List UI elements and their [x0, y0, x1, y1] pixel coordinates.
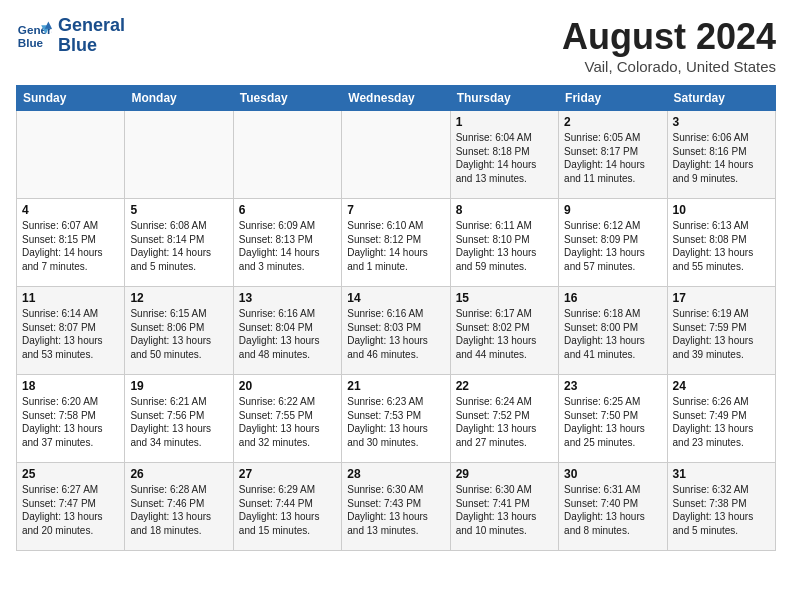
- calendar-cell: 9Sunrise: 6:12 AM Sunset: 8:09 PM Daylig…: [559, 199, 667, 287]
- weekday-header-sunday: Sunday: [17, 86, 125, 111]
- calendar-cell: [342, 111, 450, 199]
- day-number: 23: [564, 379, 661, 393]
- calendar-cell: 31Sunrise: 6:32 AM Sunset: 7:38 PM Dayli…: [667, 463, 775, 551]
- day-number: 2: [564, 115, 661, 129]
- calendar-cell: 6Sunrise: 6:09 AM Sunset: 8:13 PM Daylig…: [233, 199, 341, 287]
- day-number: 29: [456, 467, 553, 481]
- day-number: 21: [347, 379, 444, 393]
- day-info: Sunrise: 6:04 AM Sunset: 8:18 PM Dayligh…: [456, 131, 553, 185]
- weekday-header-saturday: Saturday: [667, 86, 775, 111]
- day-number: 30: [564, 467, 661, 481]
- day-info: Sunrise: 6:19 AM Sunset: 7:59 PM Dayligh…: [673, 307, 770, 361]
- day-info: Sunrise: 6:23 AM Sunset: 7:53 PM Dayligh…: [347, 395, 444, 449]
- day-number: 9: [564, 203, 661, 217]
- calendar-week-3: 11Sunrise: 6:14 AM Sunset: 8:07 PM Dayli…: [17, 287, 776, 375]
- day-info: Sunrise: 6:13 AM Sunset: 8:08 PM Dayligh…: [673, 219, 770, 273]
- calendar-cell: 3Sunrise: 6:06 AM Sunset: 8:16 PM Daylig…: [667, 111, 775, 199]
- day-number: 4: [22, 203, 119, 217]
- day-number: 28: [347, 467, 444, 481]
- day-number: 19: [130, 379, 227, 393]
- main-title: August 2024: [562, 16, 776, 58]
- day-info: Sunrise: 6:18 AM Sunset: 8:00 PM Dayligh…: [564, 307, 661, 361]
- calendar-cell: 26Sunrise: 6:28 AM Sunset: 7:46 PM Dayli…: [125, 463, 233, 551]
- day-number: 24: [673, 379, 770, 393]
- day-number: 20: [239, 379, 336, 393]
- day-number: 3: [673, 115, 770, 129]
- calendar-body: 1Sunrise: 6:04 AM Sunset: 8:18 PM Daylig…: [17, 111, 776, 551]
- svg-text:Blue: Blue: [18, 36, 44, 49]
- day-number: 5: [130, 203, 227, 217]
- day-number: 22: [456, 379, 553, 393]
- calendar-table: SundayMondayTuesdayWednesdayThursdayFrid…: [16, 85, 776, 551]
- day-info: Sunrise: 6:06 AM Sunset: 8:16 PM Dayligh…: [673, 131, 770, 185]
- logo-text-blue: Blue: [58, 36, 125, 56]
- day-info: Sunrise: 6:15 AM Sunset: 8:06 PM Dayligh…: [130, 307, 227, 361]
- day-info: Sunrise: 6:20 AM Sunset: 7:58 PM Dayligh…: [22, 395, 119, 449]
- day-number: 6: [239, 203, 336, 217]
- calendar-cell: [125, 111, 233, 199]
- day-info: Sunrise: 6:31 AM Sunset: 7:40 PM Dayligh…: [564, 483, 661, 537]
- day-number: 11: [22, 291, 119, 305]
- day-info: Sunrise: 6:17 AM Sunset: 8:02 PM Dayligh…: [456, 307, 553, 361]
- day-info: Sunrise: 6:22 AM Sunset: 7:55 PM Dayligh…: [239, 395, 336, 449]
- calendar-cell: 25Sunrise: 6:27 AM Sunset: 7:47 PM Dayli…: [17, 463, 125, 551]
- day-info: Sunrise: 6:21 AM Sunset: 7:56 PM Dayligh…: [130, 395, 227, 449]
- weekday-header-monday: Monday: [125, 86, 233, 111]
- logo-text-general: General: [58, 16, 125, 36]
- day-info: Sunrise: 6:26 AM Sunset: 7:49 PM Dayligh…: [673, 395, 770, 449]
- day-info: Sunrise: 6:32 AM Sunset: 7:38 PM Dayligh…: [673, 483, 770, 537]
- day-number: 1: [456, 115, 553, 129]
- weekday-header-friday: Friday: [559, 86, 667, 111]
- calendar-cell: 30Sunrise: 6:31 AM Sunset: 7:40 PM Dayli…: [559, 463, 667, 551]
- day-info: Sunrise: 6:14 AM Sunset: 8:07 PM Dayligh…: [22, 307, 119, 361]
- day-number: 31: [673, 467, 770, 481]
- day-number: 12: [130, 291, 227, 305]
- calendar-cell: 23Sunrise: 6:25 AM Sunset: 7:50 PM Dayli…: [559, 375, 667, 463]
- calendar-week-1: 1Sunrise: 6:04 AM Sunset: 8:18 PM Daylig…: [17, 111, 776, 199]
- day-number: 25: [22, 467, 119, 481]
- day-info: Sunrise: 6:09 AM Sunset: 8:13 PM Dayligh…: [239, 219, 336, 273]
- day-number: 8: [456, 203, 553, 217]
- day-info: Sunrise: 6:29 AM Sunset: 7:44 PM Dayligh…: [239, 483, 336, 537]
- day-info: Sunrise: 6:30 AM Sunset: 7:41 PM Dayligh…: [456, 483, 553, 537]
- logo: General Blue General Blue: [16, 16, 125, 56]
- calendar-header: SundayMondayTuesdayWednesdayThursdayFrid…: [17, 86, 776, 111]
- calendar-cell: 20Sunrise: 6:22 AM Sunset: 7:55 PM Dayli…: [233, 375, 341, 463]
- weekday-header-wednesday: Wednesday: [342, 86, 450, 111]
- calendar-cell: 16Sunrise: 6:18 AM Sunset: 8:00 PM Dayli…: [559, 287, 667, 375]
- calendar-cell: 27Sunrise: 6:29 AM Sunset: 7:44 PM Dayli…: [233, 463, 341, 551]
- calendar-cell: 18Sunrise: 6:20 AM Sunset: 7:58 PM Dayli…: [17, 375, 125, 463]
- calendar-cell: 22Sunrise: 6:24 AM Sunset: 7:52 PM Dayli…: [450, 375, 558, 463]
- day-info: Sunrise: 6:24 AM Sunset: 7:52 PM Dayligh…: [456, 395, 553, 449]
- page-header: General Blue General Blue August 2024 Va…: [16, 16, 776, 75]
- day-number: 14: [347, 291, 444, 305]
- weekday-header-row: SundayMondayTuesdayWednesdayThursdayFrid…: [17, 86, 776, 111]
- day-info: Sunrise: 6:30 AM Sunset: 7:43 PM Dayligh…: [347, 483, 444, 537]
- day-info: Sunrise: 6:16 AM Sunset: 8:04 PM Dayligh…: [239, 307, 336, 361]
- day-number: 16: [564, 291, 661, 305]
- logo-icon: General Blue: [16, 18, 52, 54]
- calendar-cell: 11Sunrise: 6:14 AM Sunset: 8:07 PM Dayli…: [17, 287, 125, 375]
- day-info: Sunrise: 6:11 AM Sunset: 8:10 PM Dayligh…: [456, 219, 553, 273]
- calendar-cell: [17, 111, 125, 199]
- calendar-cell: 14Sunrise: 6:16 AM Sunset: 8:03 PM Dayli…: [342, 287, 450, 375]
- day-number: 17: [673, 291, 770, 305]
- day-info: Sunrise: 6:27 AM Sunset: 7:47 PM Dayligh…: [22, 483, 119, 537]
- day-number: 27: [239, 467, 336, 481]
- calendar-cell: 7Sunrise: 6:10 AM Sunset: 8:12 PM Daylig…: [342, 199, 450, 287]
- calendar-cell: 5Sunrise: 6:08 AM Sunset: 8:14 PM Daylig…: [125, 199, 233, 287]
- day-number: 26: [130, 467, 227, 481]
- day-number: 18: [22, 379, 119, 393]
- title-block: August 2024 Vail, Colorado, United State…: [562, 16, 776, 75]
- calendar-cell: 29Sunrise: 6:30 AM Sunset: 7:41 PM Dayli…: [450, 463, 558, 551]
- calendar-cell: 13Sunrise: 6:16 AM Sunset: 8:04 PM Dayli…: [233, 287, 341, 375]
- day-number: 7: [347, 203, 444, 217]
- day-info: Sunrise: 6:12 AM Sunset: 8:09 PM Dayligh…: [564, 219, 661, 273]
- day-info: Sunrise: 6:10 AM Sunset: 8:12 PM Dayligh…: [347, 219, 444, 273]
- calendar-cell: 15Sunrise: 6:17 AM Sunset: 8:02 PM Dayli…: [450, 287, 558, 375]
- day-info: Sunrise: 6:07 AM Sunset: 8:15 PM Dayligh…: [22, 219, 119, 273]
- calendar-week-2: 4Sunrise: 6:07 AM Sunset: 8:15 PM Daylig…: [17, 199, 776, 287]
- day-info: Sunrise: 6:05 AM Sunset: 8:17 PM Dayligh…: [564, 131, 661, 185]
- day-number: 13: [239, 291, 336, 305]
- weekday-header-tuesday: Tuesday: [233, 86, 341, 111]
